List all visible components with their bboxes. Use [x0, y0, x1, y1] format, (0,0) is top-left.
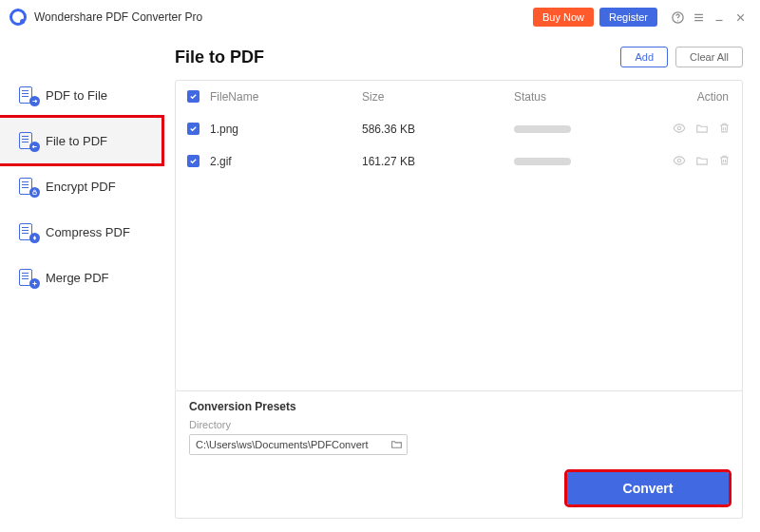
cell-filename: 2.gif	[210, 155, 362, 168]
select-all-checkbox[interactable]	[187, 90, 200, 103]
pdf-to-file-icon	[19, 86, 36, 104]
sidebar-item-compress-pdf[interactable]: Compress PDF	[0, 209, 162, 255]
directory-value: C:\Users\ws\Documents\PDFConvert	[196, 439, 390, 450]
menu-icon[interactable]	[688, 7, 709, 28]
open-folder-icon[interactable]	[695, 154, 709, 170]
open-folder-icon[interactable]	[695, 122, 709, 138]
page-title: File to PDF	[175, 48, 264, 67]
cell-size: 161.27 KB	[362, 155, 514, 168]
svg-point-9	[677, 126, 681, 130]
cell-size: 586.36 KB	[362, 123, 514, 136]
close-icon[interactable]	[730, 7, 750, 28]
sidebar-item-file-to-pdf[interactable]: File to PDF	[0, 118, 162, 163]
sidebar-item-label: PDF to File	[46, 88, 107, 103]
sidebar-item-label: File to PDF	[46, 134, 107, 148]
app-title: Wondershare PDF Converter Pro	[34, 10, 202, 24]
cell-filename: 1.png	[210, 123, 362, 136]
preview-icon[interactable]	[673, 154, 686, 170]
clear-all-button[interactable]: Clear All	[675, 47, 743, 67]
sidebar-item-label: Merge PDF	[46, 271, 108, 285]
svg-point-10	[677, 159, 681, 162]
directory-field[interactable]: C:\Users\ws\Documents\PDFConvert	[189, 434, 408, 455]
help-icon[interactable]	[667, 7, 688, 28]
col-filename: FileName	[210, 90, 362, 104]
table-row: 2.gif 161.27 KB	[176, 145, 742, 178]
row-checkbox[interactable]	[187, 155, 200, 167]
preview-icon[interactable]	[673, 122, 686, 138]
delete-icon[interactable]	[718, 154, 731, 170]
buy-now-button[interactable]: Buy Now	[533, 8, 594, 27]
register-button[interactable]: Register	[599, 8, 657, 27]
encrypt-pdf-icon	[19, 178, 36, 195]
sidebar-item-encrypt-pdf[interactable]: Encrypt PDF	[0, 163, 162, 209]
merge-pdf-icon	[19, 269, 36, 286]
svg-rect-8	[33, 192, 37, 195]
sidebar-item-merge-pdf[interactable]: Merge PDF	[0, 255, 162, 300]
convert-button[interactable]: Convert	[567, 472, 729, 504]
sidebar-item-pdf-to-file[interactable]: PDF to File	[0, 72, 162, 118]
title-bar: Wondershare PDF Converter Pro Buy Now Re…	[0, 0, 760, 34]
table-row: 1.png 586.36 KB	[176, 113, 742, 145]
svg-point-1	[677, 20, 678, 21]
row-checkbox[interactable]	[187, 123, 200, 135]
directory-label: Directory	[189, 419, 729, 430]
app-logo-icon	[10, 9, 27, 26]
delete-icon[interactable]	[718, 122, 731, 138]
col-action: Action	[666, 90, 742, 104]
cell-status	[514, 158, 666, 165]
file-table: FileName Size Status Action 1.png 586.36…	[175, 80, 743, 391]
sidebar-item-label: Encrypt PDF	[46, 180, 116, 194]
add-button[interactable]: Add	[620, 47, 668, 67]
main-panel: File to PDF Add Clear All FileName Size …	[162, 34, 760, 532]
sidebar: PDF to File File to PDF Encrypt PDF Comp…	[0, 34, 162, 532]
file-to-pdf-icon	[19, 132, 36, 149]
footer-panel: Conversion Presets Directory C:\Users\ws…	[175, 390, 743, 519]
browse-folder-icon[interactable]	[390, 438, 403, 452]
col-size: Size	[362, 90, 514, 104]
compress-pdf-icon	[19, 223, 36, 240]
minimize-icon[interactable]	[709, 7, 730, 28]
sidebar-item-label: Compress PDF	[46, 225, 130, 239]
table-header: FileName Size Status Action	[176, 81, 742, 113]
presets-title: Conversion Presets	[189, 400, 729, 413]
col-status: Status	[514, 90, 666, 104]
cell-status	[514, 125, 666, 133]
